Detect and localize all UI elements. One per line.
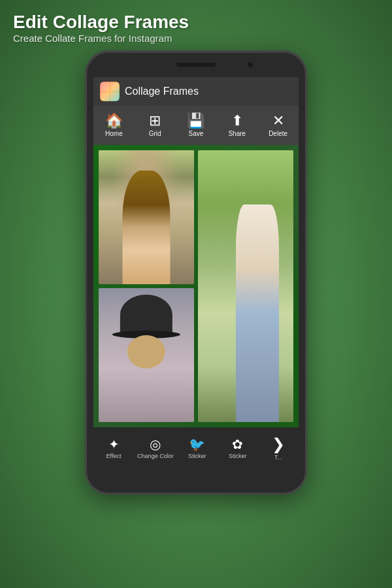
phone-camera (248, 62, 253, 67)
bottom-effect[interactable]: ✦ Effect (97, 438, 131, 459)
photo-slot-2[interactable] (99, 288, 194, 422)
change-color-icon: ◎ (150, 438, 161, 451)
photo-1-person-shape (123, 171, 171, 284)
sticker2-label: Sticker (229, 453, 247, 459)
phone-shell: Collage Frames 🏠 Home ⊞ Grid 💾 Save ⬆ Sh… (85, 50, 307, 495)
bottom-toolbar: ✦ Effect ◎ Change Color 🐦 Sticker ✿ Stic… (93, 427, 299, 469)
grid-icon: ⊞ (149, 114, 161, 128)
header-subtitle: Create Collate Frames for Instagram (13, 33, 379, 44)
delete-icon: ✕ (272, 114, 284, 128)
photo-slot-1[interactable] (99, 150, 194, 284)
bottom-sticker2[interactable]: ✿ Sticker (221, 438, 255, 459)
effect-icon: ✦ (108, 438, 120, 451)
sticker2-icon: ✿ (232, 438, 243, 451)
toolbar-grid[interactable]: ⊞ Grid (139, 114, 171, 137)
next-label: T... (274, 454, 282, 461)
home-label: Home (105, 130, 123, 137)
phone-screen: Collage Frames 🏠 Home ⊞ Grid 💾 Save ⬆ Sh… (93, 77, 299, 469)
photo-3-person-shape (236, 204, 279, 422)
header: Edit Collage Frames Create Collate Frame… (0, 0, 392, 50)
app-icon (100, 82, 120, 101)
grid-label: Grid (149, 130, 161, 137)
effect-label: Effect (106, 453, 122, 459)
share-label: Share (228, 130, 246, 137)
top-toolbar: 🏠 Home ⊞ Grid 💾 Save ⬆ Share ✕ Delete (93, 106, 299, 145)
photo-2-hat-shape (120, 295, 172, 335)
photo-slot-3[interactable] (198, 150, 293, 422)
bottom-next[interactable]: ❯ T... (261, 436, 295, 461)
sticker1-icon: 🐦 (189, 438, 205, 451)
phone-top (87, 52, 305, 77)
collage-grid (99, 150, 293, 422)
app-titlebar: Collage Frames (93, 77, 299, 106)
home-icon: 🏠 (105, 114, 123, 128)
toolbar-share[interactable]: ⬆ Share (221, 114, 253, 137)
delete-label: Delete (269, 130, 287, 137)
photo-2-face-shape (127, 335, 165, 368)
left-column (99, 150, 194, 422)
save-icon: 💾 (187, 114, 204, 128)
app-title: Collage Frames (125, 86, 199, 97)
bottom-change-color[interactable]: ◎ Change Color (137, 438, 174, 459)
right-column (198, 150, 293, 422)
collage-area (93, 145, 299, 427)
change-color-label: Change Color (137, 453, 174, 459)
toolbar-home[interactable]: 🏠 Home (97, 114, 130, 137)
save-label: Save (189, 130, 204, 137)
toolbar-save[interactable]: 💾 Save (180, 114, 212, 137)
header-title: Edit Collage Frames (13, 12, 379, 33)
next-icon: ❯ (272, 436, 285, 452)
sticker1-label: Sticker (188, 453, 206, 459)
phone-speaker (176, 63, 216, 67)
toolbar-delete[interactable]: ✕ Delete (262, 114, 295, 137)
bottom-sticker1[interactable]: 🐦 Sticker (180, 438, 214, 459)
share-icon: ⬆ (231, 114, 243, 128)
